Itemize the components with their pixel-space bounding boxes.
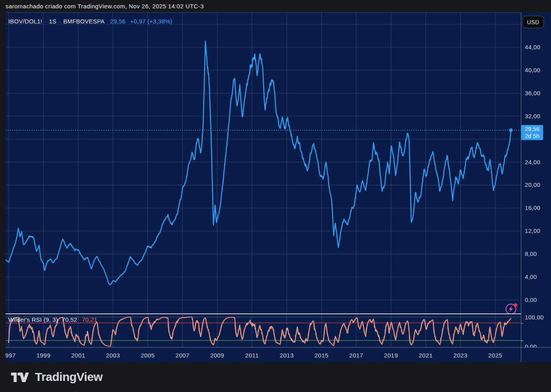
legend-last-price: 29,56 (110, 18, 126, 25)
price-axis-label: 36,00 (525, 89, 540, 96)
legend-separator: · (44, 18, 46, 25)
rsi-value-smooth: 70,21 (82, 316, 98, 323)
time-axis-label: 2005 (141, 352, 155, 358)
time-axis-label: 2009 (210, 352, 224, 358)
symbol-title[interactable]: IBOV/DOL1! (8, 18, 42, 25)
time-axis-label: 2017 (349, 352, 363, 358)
price-axis-label: 40,00 (525, 66, 540, 73)
time-axis-label: 2003 (106, 352, 120, 358)
time-axis-label: 2025 (488, 352, 502, 358)
price-axis-label: 8,00 (525, 250, 537, 257)
time-axis-label: 2021 (419, 352, 433, 358)
rsi-value-fast: 70,52 (62, 316, 77, 323)
last-price-badge[interactable]: 29,56 2d 5h (521, 125, 543, 140)
rsi-band-tick (521, 340, 523, 341)
time-axis-label: 2023 (453, 352, 467, 358)
legend-price-change: +0,97 (+3,38%) (130, 18, 172, 25)
flash-alert-icon[interactable] (504, 301, 520, 314)
main-chart-pane[interactable]: IBOV/DOL1!·1S·BMFBOVESPA29,56+0,97 (+3,3… (6, 12, 521, 314)
badge-countdown: 2d 5h (521, 133, 543, 140)
axis-corner-separator (521, 347, 521, 362)
tradingview-chart-window: saromachado criado com TradingView.com, … (0, 0, 551, 392)
price-axis-label: 32,00 (525, 112, 540, 119)
price-axis-label: 0,00 (525, 296, 537, 303)
attribution-bar: saromachado criado com TradingView.com, … (0, 0, 551, 12)
price-axis-label: 16,00 (525, 204, 540, 211)
price-axis-label: 24,00 (525, 158, 540, 165)
time-axis-label: 2015 (315, 352, 328, 358)
rsi-axis-label: 100,00 (525, 314, 544, 321)
price-axis-label: 12,00 (525, 227, 540, 234)
tradingview-logo-text: TradingView (35, 370, 103, 384)
rsi-pane[interactable]: Wilder's RSI (9, 3)70,5270,21 (6, 314, 521, 347)
time-axis-label: 2011 (245, 352, 259, 358)
attribution-text: saromachado criado com TradingView.com, … (6, 3, 204, 10)
time-axis-label: 2001 (71, 352, 85, 358)
rsi-band-tick (521, 323, 523, 324)
price-axis-label: 20,00 (525, 181, 540, 188)
legend-separator: · (59, 18, 61, 25)
currency-toggle-button[interactable]: USD (522, 16, 544, 28)
bottom-bar: TradingView (0, 362, 551, 392)
time-axis-label: 2007 (175, 352, 189, 358)
time-axis[interactable]: 1997199920012003200520072009201120132015… (6, 347, 551, 362)
time-axis-label: 1999 (36, 352, 50, 358)
badge-price: 29,56 (521, 125, 543, 133)
time-axis-label: 2019 (384, 352, 398, 358)
tradingview-logo-icon (11, 370, 30, 384)
exchange-label[interactable]: BMFBOVESPA (63, 18, 105, 25)
rsi-legend: Wilder's RSI (9, 3)70,5270,21 (8, 316, 97, 323)
symbol-legend: IBOV/DOL1!·1S·BMFBOVESPA29,56+0,97 (+3,3… (8, 18, 173, 25)
time-axis-label: 1997 (6, 352, 16, 358)
interval-label[interactable]: 1S (49, 18, 57, 25)
price-axis-label: 44,00 (525, 43, 540, 50)
price-chart-canvas[interactable] (6, 13, 521, 314)
time-axis-label: 2013 (280, 352, 294, 358)
tradingview-logo[interactable]: TradingView (11, 370, 103, 384)
rsi-title[interactable]: Wilder's RSI (9, 3) (8, 316, 58, 323)
price-axis-label: 4,00 (525, 273, 537, 280)
price-axis[interactable]: USD 29,56 2d 5h 44,0040,0036,0032,0024,0… (521, 12, 551, 347)
